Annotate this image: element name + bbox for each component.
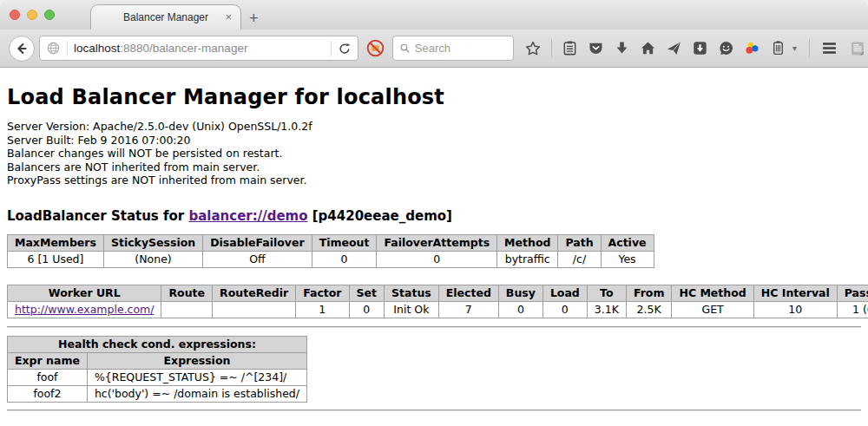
search-bar[interactable] <box>392 36 514 61</box>
status-cell: Init Ok <box>385 301 439 318</box>
titlebar: Balancer Manager × + <box>0 0 868 29</box>
column-header: DisableFailover <box>203 234 312 251</box>
expr-name-cell: foof <box>8 369 88 385</box>
home-button[interactable] <box>640 40 656 56</box>
pocket-button[interactable] <box>588 40 604 56</box>
toolbar-buttons: ▾ <box>524 39 797 57</box>
expr-row: foof2 hc('body') =~ /domain is establish… <box>8 385 307 402</box>
heading-prefix: LoadBalancer Status for <box>7 208 188 224</box>
column-header: Busy <box>498 285 542 301</box>
bookmarks-menu-button[interactable] <box>562 40 578 56</box>
column-header: Method <box>497 234 558 251</box>
column-header: FailoverAttempts <box>377 234 497 251</box>
persist-notice-line: Balancer changes will NOT be persisted o… <box>7 147 861 161</box>
load-cell: 0 <box>542 301 587 318</box>
download-box-icon <box>692 40 708 56</box>
column-header: Load <box>542 285 587 301</box>
elected-cell: 7 <box>438 301 498 318</box>
column-header: HC Method <box>672 285 753 301</box>
column-header: Factor <box>296 285 349 301</box>
url-bar[interactable]: localhost:8880/balancer-manager <box>39 36 358 61</box>
column-header: Passes <box>837 285 868 301</box>
hamburger-icon <box>820 39 838 57</box>
routeredir-cell <box>213 301 296 318</box>
fullscreen-window-button[interactable] <box>44 10 55 20</box>
colored-dots-extension-button[interactable] <box>744 40 760 56</box>
column-header: Worker URL <box>8 285 161 301</box>
expr-row: foof %{REQUEST_STATUS} =~ /^[234]/ <box>8 369 307 385</box>
server-built-line: Server Built: Feb 9 2016 07:00:20 <box>7 134 861 147</box>
page-grid-icon <box>849 40 866 57</box>
tab-balancer-manager[interactable]: Balancer Manager × <box>90 4 241 29</box>
browser-window: Balancer Manager × + localhost:8880/bala… <box>0 0 868 426</box>
send-tab-button[interactable] <box>666 40 682 56</box>
battery-icon <box>770 40 786 56</box>
battery-extension-button[interactable] <box>770 40 786 56</box>
globe-icon <box>46 41 61 56</box>
column-header: Elected <box>438 285 498 301</box>
toolbar-divider <box>809 39 810 57</box>
column-header: Expr name <box>8 352 88 369</box>
expression-cell: hc('body') =~ /domain is established/ <box>87 385 306 402</box>
column-header: Active <box>601 234 654 251</box>
reload-button[interactable] <box>338 42 352 56</box>
server-version-line: Server Version: Apache/2.5.0-dev (Unix) … <box>7 120 861 134</box>
toolbar-overflow-caret[interactable]: ▾ <box>792 43 797 53</box>
method-cell: bytraffic <box>497 251 558 267</box>
close-window-button[interactable] <box>10 10 20 20</box>
maxmembers-cell: 6 [1 Used] <box>8 251 104 267</box>
worker-url-cell: http://www.example.com/ <box>8 301 161 318</box>
health-table-title: Health check cond. expressions: <box>8 336 307 352</box>
downloads-button[interactable] <box>614 40 630 56</box>
column-header: Status <box>385 285 439 301</box>
page-content: Load Balancer Manager for localhost Serv… <box>0 85 868 411</box>
table-header-row: MaxMembers StickySession DisableFailover… <box>8 234 654 251</box>
tab-close-icon[interactable]: × <box>225 10 232 23</box>
proxypass-notice-line: ProxyPass settings are NOT inherited fro… <box>7 174 861 187</box>
loadbalancer-status-heading: LoadBalancer Status for balancer://demo … <box>7 208 861 224</box>
sidebar-page-button[interactable] <box>849 40 866 57</box>
set-cell: 0 <box>349 301 384 318</box>
route-cell <box>161 301 213 318</box>
menu-button[interactable] <box>820 39 838 57</box>
search-icon <box>399 42 411 55</box>
table-title-row: Health check cond. expressions: <box>8 336 307 352</box>
menu-group <box>809 39 866 57</box>
table-header-row: Worker URL Route RouteRedir Factor Set S… <box>8 285 868 301</box>
column-header: HC Interval <box>753 285 837 301</box>
hc-method-cell: GET <box>672 301 753 318</box>
search-input[interactable] <box>415 42 507 55</box>
navigation-toolbar: localhost:8880/balancer-manager <box>0 29 868 68</box>
timeout-cell: 0 <box>312 251 377 267</box>
expr-name-cell: foof2 <box>8 385 88 402</box>
heading-suffix: [p4420eeae_demo] <box>308 208 452 224</box>
worker-url-link[interactable]: http://www.example.com/ <box>15 303 154 316</box>
back-button[interactable] <box>9 36 35 62</box>
plugin-blocked-button[interactable] <box>365 38 385 58</box>
bottom-divider <box>7 410 861 411</box>
disablefailover-cell: Off <box>203 251 312 267</box>
health-check-table: Health check cond. expressions: Expr nam… <box>7 336 307 403</box>
download-arrow-icon <box>614 40 630 56</box>
table-row: 6 [1 Used] (None) Off 0 0 bytraffic /c/ … <box>8 251 654 267</box>
worker-row: http://www.example.com/ 1 0 Init Ok 7 0 … <box>8 301 868 318</box>
minimize-window-button[interactable] <box>27 10 37 20</box>
busy-cell: 0 <box>498 301 542 318</box>
column-header: From <box>626 285 672 301</box>
chat-smiley-button[interactable] <box>718 40 734 56</box>
column-header: Expression <box>87 352 306 369</box>
smiley-bubble-icon <box>718 40 734 56</box>
extension-download-box-button[interactable] <box>692 40 708 56</box>
balancer-demo-link[interactable]: balancer://demo <box>188 208 307 224</box>
active-cell: Yes <box>601 251 654 267</box>
paper-plane-icon <box>666 40 682 56</box>
plugin-blocked-icon <box>365 38 385 58</box>
server-info: Server Version: Apache/2.5.0-dev (Unix) … <box>7 120 861 187</box>
bookmark-star-button[interactable] <box>524 40 542 57</box>
page-title: Load Balancer Manager for localhost <box>7 85 861 109</box>
tab-title: Balancer Manager <box>123 11 208 23</box>
window-controls <box>10 10 55 20</box>
reload-icon <box>338 42 352 56</box>
column-header: Path <box>558 234 601 251</box>
new-tab-button[interactable]: + <box>249 10 259 26</box>
